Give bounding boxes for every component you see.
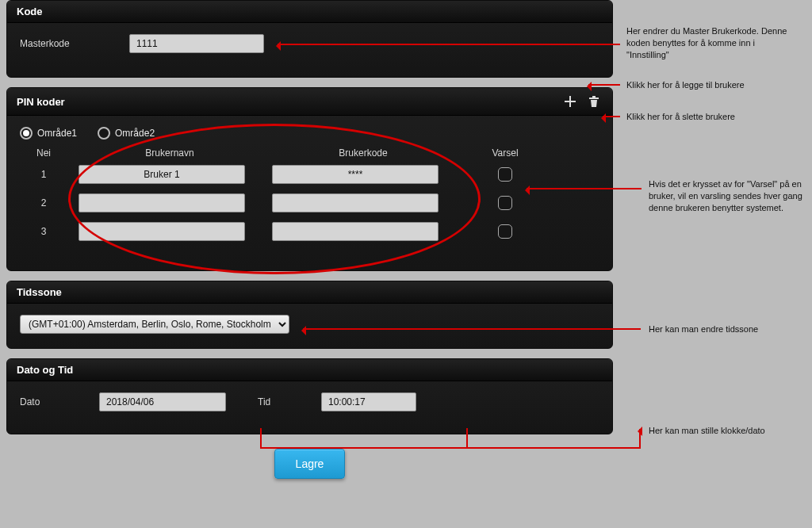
brukerkode-input[interactable] (272, 165, 439, 184)
panel-kode: Kode Masterkode (6, 0, 613, 78)
brukernavn-input[interactable] (79, 222, 245, 241)
save-button[interactable]: Lagre (274, 449, 346, 479)
annotation-text: Klikk her for å slette brukere (626, 111, 793, 123)
radio-icon (98, 127, 110, 140)
col-varsel: Varsel (465, 147, 545, 159)
brukernavn-input[interactable] (79, 165, 245, 184)
tid-label: Tid (258, 396, 289, 407)
brukerkode-input[interactable] (272, 193, 439, 212)
panel-pin-title: PIN koder (17, 96, 65, 108)
panel-dato-title: Dato og Tid (17, 364, 73, 376)
annotation-arrow (260, 447, 641, 449)
panel-kode-title: Kode (17, 6, 43, 17)
varsel-checkbox[interactable] (498, 196, 512, 210)
dato-input[interactable] (99, 392, 226, 411)
table-row: 1 (20, 165, 599, 184)
panel-kode-header: Kode (7, 1, 612, 23)
radio-icon (20, 127, 33, 140)
annotation-arrow (260, 428, 262, 449)
annotation-arrow (466, 428, 468, 449)
radio-omrade2[interactable]: Område2 (98, 127, 155, 140)
trash-icon (588, 95, 600, 108)
panel-dato: Dato og Tid Dato Tid (6, 358, 613, 434)
col-brukernavn: Brukernavn (79, 147, 261, 159)
panel-pin-header: PIN koder (7, 88, 612, 116)
annotation-arrow (278, 44, 620, 45)
tidssone-select[interactable]: (GMT+01:00) Amsterdam, Berlin, Oslo, Rom… (20, 315, 289, 334)
add-user-button[interactable] (561, 93, 579, 110)
annotation-arrow (639, 429, 642, 430)
panel-pin: PIN koder Område1 Område2 (6, 87, 613, 271)
row-number: 1 (20, 169, 67, 180)
plus-icon (564, 95, 576, 108)
panel-tidssone: Tidssone (GMT+01:00) Amsterdam, Berlin, … (6, 281, 613, 349)
delete-user-button[interactable] (585, 93, 603, 110)
col-brukerkode: Brukerkode (272, 147, 454, 159)
masterkode-label: Masterkode (20, 38, 91, 49)
row-number: 3 (20, 226, 67, 237)
annotation-text: Her kan man endre tidssone (649, 323, 812, 335)
masterkode-input[interactable] (129, 34, 264, 53)
panel-tidssone-header: Tidssone (7, 281, 612, 304)
panel-tidssone-title: Tidssone (17, 286, 62, 298)
brukernavn-input[interactable] (79, 193, 245, 212)
tid-input[interactable] (321, 392, 416, 411)
varsel-checkbox[interactable] (498, 224, 512, 239)
annotation-arrow (527, 188, 642, 189)
annotation-arrow (303, 328, 641, 330)
brukerkode-input[interactable] (272, 222, 439, 241)
varsel-checkbox[interactable] (498, 167, 512, 182)
table-row: 2 (20, 193, 599, 212)
panel-dato-header: Dato og Tid (7, 359, 612, 381)
table-row: 3 (20, 222, 599, 241)
dato-label: Dato (20, 396, 67, 407)
col-nei: Nei (20, 147, 67, 159)
row-number: 2 (20, 197, 67, 209)
annotation-text: Hvis det er krysset av for "Varsel" på e… (649, 178, 812, 214)
annotation-arrow (588, 84, 620, 86)
annotation-text: Her endrer du Master Brukerkode. Denne k… (626, 25, 793, 61)
annotation-text: Klikk her for å legge til brukere (626, 79, 793, 91)
radio-omrade1[interactable]: Område1 (20, 127, 77, 140)
annotation-arrow (603, 116, 620, 117)
annotation-text: Her kan man stille klokke/dato (649, 425, 812, 437)
